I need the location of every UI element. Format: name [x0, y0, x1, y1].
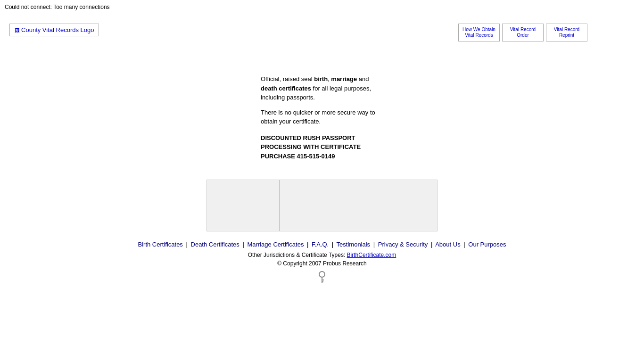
- bold-death-certificates: death certificates: [261, 85, 311, 92]
- bold-birth: birth: [314, 75, 328, 82]
- footer-link-testimonials[interactable]: Testimonials: [337, 241, 371, 248]
- copyright: © Copyright 2007 Probus Research: [0, 260, 644, 267]
- error-message: Could not connect: Too many connections: [0, 0, 644, 14]
- nav-image-1[interactable]: How We Obtain Vital Records: [458, 24, 500, 41]
- svg-point-0: [319, 272, 325, 277]
- footer-links: Birth Certificates | Death Certificates …: [0, 241, 644, 248]
- birthcertificate-link[interactable]: BirthCertificate.com: [347, 252, 396, 258]
- image-left: [206, 180, 280, 231]
- paragraph1: Official, raised seal birth, marriage an…: [261, 74, 383, 102]
- footer-icon: [0, 271, 644, 286]
- rush-text: DISCOUNTED RUSH PASSPORT PROCESSING WITH…: [261, 133, 383, 161]
- image-right: [280, 180, 438, 231]
- footer-link-birth-certificates[interactable]: Birth Certificates: [138, 241, 183, 248]
- content-text: Official, raised seal birth, marriage an…: [261, 74, 383, 161]
- nav-image-2[interactable]: Vital Record Order: [502, 24, 544, 41]
- main-content: Official, raised seal birth, marriage an…: [0, 74, 644, 161]
- other-jurisdictions-text: Other Jurisdictions & Certificate Types:: [248, 252, 347, 258]
- logo: County Vital Records Logo: [9, 24, 99, 36]
- images-section: [0, 180, 644, 231]
- footer-other: Other Jurisdictions & Certificate Types:…: [0, 252, 644, 258]
- header: County Vital Records Logo How We Obtain …: [0, 19, 644, 46]
- paragraph2: There is no quicker or more secure way t…: [261, 108, 383, 126]
- footer-link-privacy-security[interactable]: Privacy & Security: [378, 241, 428, 248]
- nav-image-3[interactable]: Vital Record Reprint: [546, 24, 587, 41]
- footer-link-death-certificates[interactable]: Death Certificates: [191, 241, 239, 248]
- key-icon: [317, 271, 327, 285]
- footer-link-faq[interactable]: F.A.Q.: [312, 241, 329, 248]
- footer-link-our-purposes[interactable]: Our Purposes: [468, 241, 506, 248]
- footer-link-marriage-certificates[interactable]: Marriage Certificates: [247, 241, 304, 248]
- logo-link[interactable]: County Vital Records Logo: [9, 26, 99, 33]
- nav-images: How We Obtain Vital Records Vital Record…: [458, 24, 587, 41]
- logo-area: County Vital Records Logo: [9, 24, 99, 36]
- footer-link-about-us[interactable]: About Us: [435, 241, 460, 248]
- bold-marriage: marriage: [331, 75, 357, 82]
